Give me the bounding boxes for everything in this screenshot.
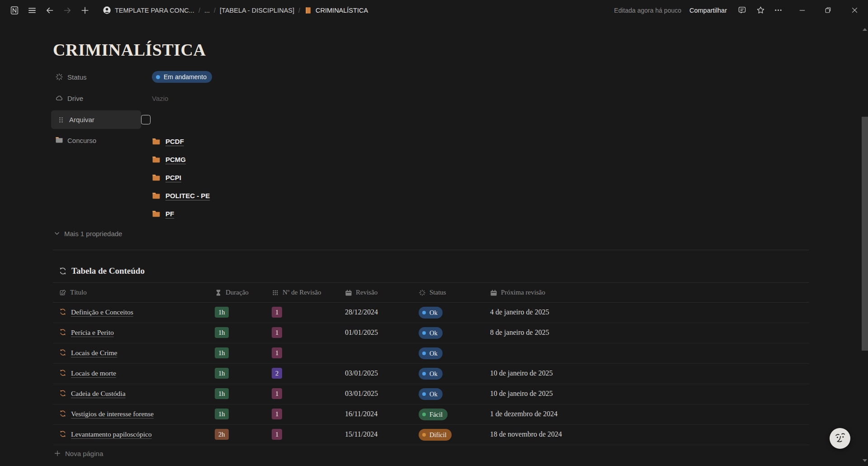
status-pill[interactable]: Fácil	[419, 409, 448, 420]
next-review-date[interactable]: 8 de janeiro de 2025	[490, 327, 549, 338]
forward-arrow-icon[interactable]	[63, 6, 72, 15]
share-button[interactable]: Compartilhar	[689, 7, 727, 14]
breadcrumb-parent[interactable]: [TABELA - DISCIPLINAS]	[220, 7, 294, 14]
review-date[interactable]: 28/12/2024	[345, 308, 378, 316]
next-review-date[interactable]: 10 de janeiro de 2025	[490, 388, 553, 399]
row-title-link[interactable]: Vestígios de interesse forense	[71, 408, 154, 419]
table-row[interactable]: Definição e Conceitos 1h 1 28/12/2024 Ok…	[53, 303, 809, 323]
revision-count-pill[interactable]: 1	[272, 388, 282, 399]
property-label-concurso[interactable]: Concurso	[53, 132, 152, 144]
next-review-date[interactable]: 1 de dezembro de 2024	[490, 408, 557, 419]
new-page-label: Nova página	[65, 450, 103, 457]
revision-count-pill[interactable]: 1	[272, 429, 282, 440]
review-date[interactable]: 03/01/2025	[345, 390, 378, 397]
more-properties-toggle[interactable]: Mais 1 propriedade	[53, 226, 809, 241]
duration-pill[interactable]: 2h	[215, 429, 229, 440]
relation-item[interactable]: PF	[152, 204, 210, 223]
breadcrumb-current[interactable]: CRIMINALÍSTICA	[304, 6, 368, 14]
status-pill[interactable]: Ok	[419, 327, 443, 339]
revision-count-pill[interactable]: 1	[272, 327, 282, 338]
window-close-button[interactable]	[850, 6, 859, 14]
relation-item[interactable]: PCMG	[152, 150, 210, 168]
vertical-scrollbar[interactable]	[861, 20, 868, 466]
drag-handle-icon[interactable]	[57, 116, 65, 124]
table-row[interactable]: Cadeia de Custódia 1h 1 03/01/2025 Ok 10…	[53, 384, 809, 404]
new-page-icon[interactable]	[80, 6, 90, 15]
duration-pill[interactable]: 1h	[215, 388, 229, 399]
notion-ai-button[interactable]	[830, 428, 850, 449]
table-row[interactable]: Locais de Crime 1h 1 Ok	[53, 343, 809, 364]
duration-pill[interactable]: 1h	[215, 327, 229, 338]
hamburger-icon[interactable]	[28, 6, 37, 15]
table-row[interactable]: Vestígios de interesse forense 1h 1 16/1…	[53, 404, 809, 425]
revision-count-pill[interactable]: 2	[272, 368, 282, 379]
column-header-status[interactable]: Status	[419, 289, 490, 296]
table-row[interactable]: Perícia e Perito 1h 1 01/01/2025 Ok 8 de…	[53, 323, 809, 343]
breadcrumb-collapsed[interactable]: ...	[204, 7, 210, 14]
revision-count-pill[interactable]: 1	[272, 307, 282, 318]
new-page-button[interactable]: Nova página	[53, 445, 809, 461]
row-title-link[interactable]: Definição e Conceitos	[71, 306, 133, 318]
relation-link[interactable]: PCMG	[165, 156, 186, 163]
back-arrow-icon[interactable]	[45, 6, 54, 15]
column-header-revisao[interactable]: Revisão	[345, 289, 419, 296]
property-value-drive[interactable]: Vazio	[152, 89, 168, 107]
status-pill[interactable]: Em andamento	[152, 71, 212, 83]
row-title-link[interactable]: Locais de Crime	[71, 347, 117, 358]
folder-gray-icon	[55, 136, 63, 144]
property-row-drive: Drive Vazio	[53, 89, 809, 107]
duration-pill[interactable]: 1h	[215, 347, 229, 358]
window-minimize-button[interactable]	[798, 6, 807, 14]
more-options-icon[interactable]	[774, 6, 783, 14]
scroll-down-arrow[interactable]	[863, 459, 867, 462]
column-header-no-de-revisao[interactable]: Nº de Revisão	[272, 289, 345, 296]
column-header-titulo[interactable]: Título	[59, 289, 215, 296]
relation-link[interactable]: POLITEC - PE	[165, 192, 210, 200]
relation-item[interactable]: PCPI	[152, 168, 210, 186]
review-date[interactable]: 01/01/2025	[345, 328, 378, 336]
next-review-date[interactable]: 10 de janeiro de 2025	[490, 367, 553, 379]
status-pill[interactable]: Ok	[419, 388, 443, 400]
comments-icon[interactable]	[738, 6, 746, 14]
review-date[interactable]: 15/11/2024	[345, 430, 377, 438]
relation-link[interactable]: PCDF	[165, 138, 184, 145]
table-row[interactable]: Levantamento papiloscópico 2h 1 15/11/20…	[53, 425, 809, 445]
database-title[interactable]: Tabela de Conteúdo	[53, 263, 809, 279]
revision-count-pill[interactable]: 1	[272, 409, 282, 419]
status-pill[interactable]: Ok	[419, 368, 443, 380]
next-review-date[interactable]: 4 de janeiro de 2025	[490, 306, 549, 318]
duration-pill[interactable]: 1h	[215, 368, 229, 379]
table-row[interactable]: Locais de morte 1h 2 03/01/2025 Ok 10 de…	[53, 364, 809, 384]
property-label-drive[interactable]: Drive	[53, 94, 152, 102]
breadcrumb-workspace[interactable]: TEMPLATE PARA CONC...	[103, 6, 194, 14]
duration-pill[interactable]: 1h	[215, 409, 229, 419]
review-date[interactable]: 03/01/2025	[345, 369, 378, 377]
property-label-status[interactable]: Status	[53, 73, 152, 81]
property-label-arquivar[interactable]: Arquivar	[51, 110, 141, 129]
status-pill[interactable]: Difícil	[419, 429, 452, 441]
row-title-link[interactable]: Cadeia de Custódia	[71, 388, 126, 399]
notion-logo-icon[interactable]	[10, 6, 19, 15]
next-review-date[interactable]: 18 de novembro de 2024	[490, 428, 562, 440]
scroll-up-arrow[interactable]	[863, 28, 867, 31]
favorite-star-icon[interactable]	[756, 6, 765, 14]
row-title-link[interactable]: Locais de morte	[71, 367, 116, 379]
relation-link[interactable]: PCPI	[165, 174, 181, 181]
scrollbar-thumb[interactable]	[862, 117, 868, 351]
revision-count-pill[interactable]: 1	[272, 347, 282, 358]
relation-link[interactable]: PF	[165, 210, 174, 218]
row-title-link[interactable]: Perícia e Perito	[71, 327, 114, 338]
window-restore-button[interactable]	[824, 6, 832, 14]
relation-item[interactable]: PCDF	[152, 132, 210, 150]
status-pill[interactable]: Ok	[419, 347, 443, 359]
page-title[interactable]: CRIMINALÍSTICA	[53, 41, 868, 59]
row-title-link[interactable]: Levantamento papiloscópico	[71, 428, 152, 440]
status-pill[interactable]: Ok	[419, 307, 443, 319]
duration-pill[interactable]: 1h	[215, 307, 229, 318]
relation-item[interactable]: POLITEC - PE	[152, 186, 210, 204]
column-header-proxima-revisao[interactable]: Próxima revisão	[490, 289, 809, 296]
arquivar-checkbox[interactable]	[141, 115, 151, 124]
column-header-duracao[interactable]: Duração	[215, 289, 272, 296]
review-date[interactable]: 16/11/2024	[345, 410, 377, 418]
hourglass-icon	[215, 289, 222, 296]
